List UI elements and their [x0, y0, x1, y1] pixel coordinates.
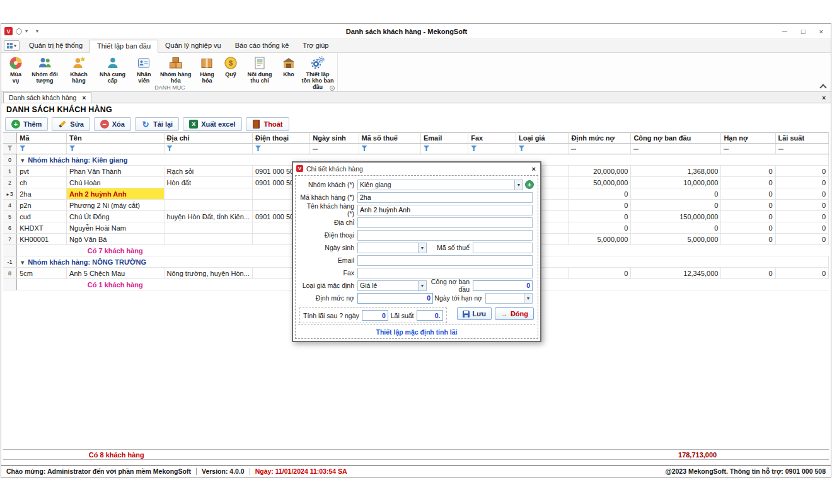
ribbon-item[interactable]: Nhân viên — [130, 54, 158, 84]
column-header[interactable]: Tên — [67, 133, 164, 144]
filter-cell[interactable] — [359, 144, 420, 154]
ribbon-item[interactable]: Nhà cung cấp — [95, 54, 130, 84]
expand-icon[interactable]: ▼ — [20, 158, 25, 164]
ribbon-collapse-icon[interactable] — [821, 83, 826, 88]
initial-debt-field[interactable] — [473, 280, 533, 291]
due-date-combo[interactable]: ▼ — [485, 293, 533, 304]
filter-cell[interactable] — [631, 144, 721, 154]
interest-rate-field[interactable] — [417, 310, 443, 321]
column-header[interactable]: Loại giá — [516, 133, 568, 144]
filter-cell[interactable] — [516, 144, 568, 154]
ribbon-tab[interactable]: Thiết lập ban đầu — [90, 40, 158, 53]
column-header[interactable]: Email — [421, 133, 468, 144]
status-separator — [196, 468, 197, 475]
add-group-button[interactable]: + — [525, 180, 534, 189]
ribbon-tab[interactable]: Quản trị hệ thống — [22, 40, 90, 52]
ribbon-item[interactable]: Nhóm đối tượng — [26, 54, 63, 84]
toolbar-button[interactable]: ↻Tải lại — [135, 117, 179, 131]
employee-icon — [136, 55, 152, 71]
grid-icon — [7, 43, 13, 49]
chevron-down-icon[interactable]: ▾ — [25, 28, 28, 34]
column-header[interactable]: Lãi suất — [775, 133, 828, 144]
cell: 0 — [631, 188, 721, 200]
phone-field[interactable] — [357, 230, 533, 241]
app-menu-button[interactable]: ▾ — [4, 40, 20, 51]
toolbar-button[interactable]: −Xóa — [94, 117, 131, 131]
interest-settings-box: Tính lãi sau ? ngày Lãi suất — [299, 307, 447, 323]
toolbar-button[interactable]: Thoát — [246, 117, 289, 131]
qat-customize-icon[interactable]: ▾ — [36, 28, 38, 34]
filter-cell[interactable] — [252, 144, 309, 154]
ribbon-tab[interactable]: Trợ giúp — [296, 40, 335, 52]
status-copyright: @2023 MekongSoft. Thông tin hỗ trợ: 0901… — [665, 467, 826, 475]
toolbar-button[interactable]: Sửa — [52, 117, 90, 131]
email-field[interactable] — [357, 255, 533, 266]
filter-cell[interactable] — [721, 144, 775, 154]
column-header[interactable]: Điện thoại — [252, 133, 309, 144]
maximize-button[interactable]: □ — [801, 28, 806, 35]
ribbon-item-label: Khách hàng — [65, 71, 93, 84]
tab-close-icon[interactable]: × — [82, 94, 86, 101]
debt-limit-field[interactable] — [357, 293, 433, 304]
dob-combo[interactable]: ▼ — [357, 243, 427, 253]
column-header[interactable]: Hạn nợ — [721, 133, 775, 144]
qat-circle-icon[interactable] — [16, 28, 22, 35]
filter-cell[interactable] — [67, 144, 164, 154]
filter-cell[interactable] — [468, 144, 516, 154]
filter-dash-icon — [778, 149, 783, 150]
chevron-down-icon[interactable]: ▼ — [524, 294, 532, 303]
ribbon-item[interactable]: Nhóm hàng hóa — [158, 54, 194, 84]
dob-label: Ngày sinh — [299, 244, 357, 251]
toolbar-button[interactable]: +Thêm — [5, 117, 48, 131]
minimize-button[interactable]: ─ — [782, 28, 787, 35]
toolbar-button[interactable]: XXuất excel — [183, 117, 241, 131]
price-type-combo[interactable]: Giá lẻ ▼ — [357, 280, 427, 291]
ribbon-item[interactable]: Khách hàng — [63, 54, 95, 84]
filter-cell[interactable] — [310, 144, 359, 154]
customer-name-field[interactable] — [357, 205, 533, 215]
filter-cell[interactable] — [164, 144, 252, 154]
tab-danh-sach-khach-hang[interactable]: Danh sách khách hàng × — [3, 92, 91, 103]
filter-cell[interactable] — [775, 144, 828, 154]
expand-icon[interactable]: ▼ — [20, 260, 25, 266]
ribbon-item[interactable]: Mùa vụ — [5, 54, 26, 84]
address-field[interactable] — [357, 217, 533, 228]
filter-cell[interactable] — [17, 144, 67, 154]
dialog-footer: Thiết lập mặc định tính lãi — [298, 324, 535, 336]
customer-group-combo[interactable]: Kiên giang ▼ — [357, 180, 523, 190]
close-dialog-button[interactable]: → Đóng — [495, 307, 534, 320]
filter-cell[interactable] — [569, 144, 631, 154]
fax-field[interactable] — [357, 268, 533, 278]
column-header[interactable]: Mã — [17, 133, 67, 144]
column-header[interactable]: Fax — [468, 133, 516, 144]
column-header[interactable]: Mã số thuế — [359, 133, 420, 144]
ribbon-tab[interactable]: Quản lý nghiệp vụ — [158, 40, 228, 52]
cell: KH00001 — [17, 234, 67, 245]
cell: 0 — [775, 177, 828, 188]
chevron-down-icon[interactable]: ▼ — [418, 243, 426, 253]
window-title: Danh sách khách hàng - MekongSoft — [52, 28, 761, 35]
ribbon-item[interactable]: Hàng hóa — [194, 54, 220, 84]
customer-code-field[interactable] — [357, 192, 533, 203]
chevron-down-icon[interactable]: ▼ — [514, 180, 523, 190]
column-header[interactable]: Công nợ ban đầu — [631, 133, 721, 144]
tabstrip-close-icon[interactable]: × — [822, 94, 831, 103]
ribbon-item[interactable]: $Quỹ — [220, 54, 241, 78]
default-interest-link[interactable]: Thiết lập mặc định tính lãi — [376, 328, 458, 336]
ribbon-item[interactable]: Kho — [278, 54, 299, 78]
ribbon-tab[interactable]: Báo cáo thống kê — [228, 40, 296, 52]
interest-after-field[interactable] — [362, 310, 388, 321]
dialog-close-icon[interactable]: × — [532, 165, 537, 173]
group-dialog-launcher-icon[interactable] — [330, 86, 335, 91]
cell: 0 — [721, 222, 775, 234]
column-header[interactable]: Ngày sinh — [310, 133, 359, 144]
chevron-down-icon[interactable]: ▼ — [418, 281, 426, 290]
save-button[interactable]: Lưu — [457, 307, 491, 320]
column-header[interactable]: Định mức nợ — [569, 133, 631, 144]
field-row-limit-due: Định mức nợ Ngày tới hạn nợ ▼ — [299, 292, 534, 304]
column-header[interactable]: Địa chỉ — [164, 133, 252, 144]
filter-cell[interactable] — [421, 144, 468, 154]
close-button[interactable]: × — [819, 28, 823, 35]
tax-field[interactable] — [473, 243, 533, 253]
ribbon-item[interactable]: Nội dung thu chi — [241, 54, 278, 84]
